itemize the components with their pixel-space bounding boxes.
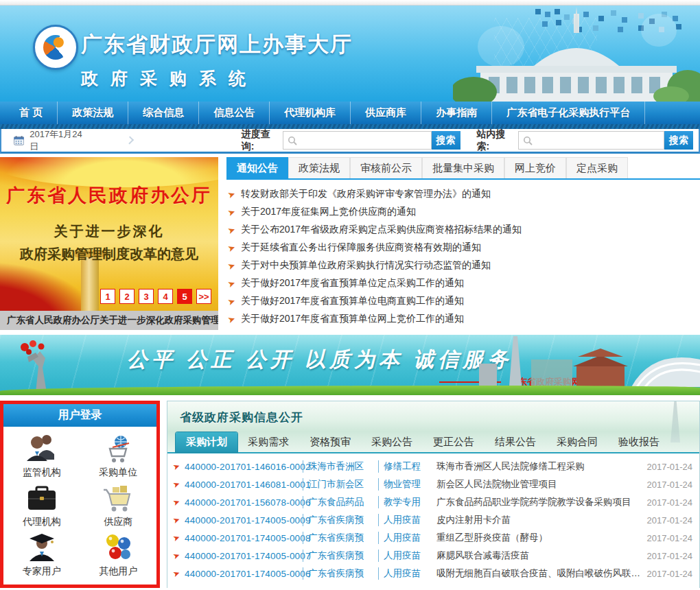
site-search-input[interactable] (535, 132, 664, 148)
notice-tab-bar: 通知公告 政策法规 审核前公示 批量集中采购 网上竞价 定点采购 (226, 157, 700, 180)
tab-pre-review-publicity[interactable]: 审核前公示 (350, 157, 422, 178)
login-item-label: 其他用户 (99, 565, 137, 578)
tab-policies[interactable]: 政策法规 (288, 157, 350, 178)
tab-batch-centralized-procurement[interactable]: 批量集中采购 (422, 157, 504, 178)
carousel-page-4[interactable]: 4 (158, 289, 173, 304)
login-item-other[interactable]: 其他用户 (87, 532, 149, 578)
arrow-bullet-icon: ➤ (226, 295, 237, 307)
notice-list-item[interactable]: ➤关于做好2017年度省直预算单位电商直购工作的通知 (226, 292, 700, 310)
site-search-button[interactable]: 搜索 (664, 131, 693, 150)
arrow-bullet-icon: ➤ (172, 461, 181, 473)
progress-search-input[interactable] (300, 132, 431, 148)
tab-procurement-demand[interactable]: 采购需求 (237, 432, 299, 452)
login-grid: 监管机构 采购单位 代理机构 (3, 427, 156, 585)
nav-item-guide[interactable]: 办事指南 (421, 102, 492, 124)
table-row[interactable]: ➤ 440000-201701-156078-0006 广东食品药品 教学专用 … (172, 493, 692, 511)
notice-list-item[interactable]: ➤关于做好2017年度省直预算单位网上竞价工作的通知 (226, 310, 700, 328)
nav-item-supplier-library[interactable]: 供应商库 (351, 102, 421, 124)
banner-slogan: 公平 公正 公开 以质为本 诚信服务 (127, 346, 512, 374)
nav-item-general-info[interactable]: 综合信息 (128, 102, 199, 124)
row-date: 2017-01-24 (642, 480, 692, 490)
login-box-title: 用户登录 (3, 404, 156, 427)
table-row[interactable]: ➤ 440000-201701-174005-0009 广东省疾病预 人用疫苗 … (172, 511, 692, 529)
login-item-purchaser[interactable]: 采购单位 (87, 434, 149, 479)
carousel-page-2[interactable]: 2 (119, 289, 135, 304)
tab-online-bidding[interactable]: 网上竞价 (504, 157, 566, 178)
tab-acceptance-report[interactable]: 验收报告 (608, 432, 670, 452)
row-title[interactable]: 麻腮风联合减毒活疫苗 (436, 550, 642, 562)
tab-result-announcement[interactable]: 结果公告 (485, 432, 546, 452)
tab-notices[interactable]: 通知公告 (226, 157, 288, 178)
progress-search-box (283, 131, 432, 150)
table-row[interactable]: ➤ 440000-201701-174005-0006 广东省疾病预 人用疫苗 … (172, 565, 692, 582)
carousel-caption-link[interactable]: 广东省人民政府办公厅关于进一步深化政府采购管理制 (0, 311, 218, 330)
arrow-bullet-icon: ➤ (172, 479, 181, 491)
tab-procurement-plan[interactable]: 采购计划 (176, 432, 237, 452)
row-title[interactable]: 新会区人民法院物业管理项目 (436, 478, 642, 491)
info-panel-title: 省级政府采购信息公开 (180, 410, 303, 425)
row-id[interactable]: 440000-201701-146016-0002 (185, 462, 303, 472)
nav-item-home[interactable]: 首 页 (0, 102, 58, 124)
arrow-bullet-icon: ➤ (226, 188, 237, 200)
row-title[interactable]: 吸附无细胞百白破联合疫苗、吸附白喉破伤风联合疫苗 (436, 567, 642, 580)
carousel-slide[interactable]: 广东省人民政府办公厅 关于进一步深化 政府采购管理制度改革的意见 1 2 3 4… (0, 157, 218, 311)
row-title[interactable]: 重组乙型肝炎疫苗（酵母） (436, 532, 642, 544)
magnifier-icon (523, 136, 533, 145)
nav-item-announcements[interactable]: 信息公告 (199, 102, 270, 124)
notice-link[interactable]: 转发财政部关于印发《政府采购评审专家管理办法》的通知 (241, 188, 491, 200)
row-title[interactable]: 珠海市香洲区人民法院修缮工程采购 (436, 460, 642, 473)
nav-item-eprocurement-platform[interactable]: 广东省电子化采购执行平台 (492, 102, 645, 124)
row-id[interactable]: 440000-201701-156078-0006 (185, 497, 303, 508)
row-region: 广东食品药品 (303, 496, 374, 508)
notice-list-item[interactable]: ➤关于公布2017年省级政府采购定点采购供应商资格招标结果的通知 (226, 221, 700, 239)
tab-procurement-contract[interactable]: 采购合同 (546, 432, 608, 452)
row-id[interactable]: 440000-201701-174005-0008 (185, 533, 303, 543)
arrow-bullet-icon: ➤ (226, 206, 237, 218)
notice-list-item[interactable]: ➤关于做好2017年度省直预算单位定点采购工作的通知 (226, 274, 700, 292)
login-item-supplier[interactable]: 供应商 (87, 483, 149, 528)
promo-carousel: 广东省人民政府办公厅 关于进一步深化 政府采购管理制度改革的意见 1 2 3 4… (0, 157, 218, 330)
table-row[interactable]: ➤ 440000-201701-174005-0008 广东省疾病预 人用疫苗 … (172, 529, 692, 547)
table-row[interactable]: ➤ 440000-201701-174005-0007 广东省疾病预 人用疫苗 … (172, 547, 692, 565)
notice-list-item[interactable]: ➤转发财政部关于印发《政府采购评审专家管理办法》的通知 (226, 185, 700, 203)
graduate-icon (24, 532, 60, 563)
notice-link[interactable]: 关于做好2017年度省直预算单位定点采购工作的通知 (241, 277, 464, 290)
tab-correction-announcement[interactable]: 更正公告 (423, 432, 485, 452)
tab-procurement-announcement[interactable]: 采购公告 (361, 432, 423, 452)
notice-link[interactable]: 关于公布2017年省级政府采购定点采购供应商资格招标结果的通知 (241, 224, 522, 236)
notice-link[interactable]: 关于延续省直公务出行保障服务供应商资格有效期的通知 (241, 241, 481, 254)
row-title[interactable]: 广东食品药品职业学院药学院教学设备采购项目 (436, 496, 642, 508)
guangzhou-skyline-image (474, 336, 700, 390)
row-id[interactable]: 440000-201701-174005-0009 (185, 515, 303, 526)
row-date: 2017-01-24 (642, 497, 692, 508)
carousel-subheading-1: 关于进一步深化 (0, 222, 218, 241)
row-id[interactable]: 440000-201701-174005-0007 (185, 551, 303, 561)
notice-link[interactable]: 关于对中央预算单位政府采购执行情况实行动态监管的通知 (241, 259, 491, 272)
table-row[interactable]: ➤ 440000-201701-146081-0001 江门市新会区 物业管理 … (172, 475, 692, 493)
notice-link[interactable]: 关于2017年度征集网上竞价供应商的通知 (241, 206, 416, 218)
notice-list-item[interactable]: ➤关于延续省直公务出行保障服务供应商资格有效期的通知 (226, 239, 700, 257)
notice-list-item[interactable]: ➤关于2017年度征集网上竞价供应商的通知 (226, 203, 700, 221)
row-title[interactable]: 皮内注射用卡介苗 (436, 514, 642, 526)
main-navbar: 首 页 政策法规 综合信息 信息公告 代理机构库 供应商库 办事指南 广东省电子… (0, 102, 700, 124)
row-id[interactable]: 440000-201701-174005-0006 (185, 569, 303, 579)
carousel-page-5-active[interactable]: 5 (177, 289, 192, 304)
notice-list-item[interactable]: ➤关于对中央预算单位政府采购执行情况实行动态监管的通知 (226, 257, 700, 274)
nav-item-agency-library[interactable]: 代理机构库 (270, 102, 351, 124)
login-item-supervisor[interactable]: 监管机构 (11, 434, 73, 479)
carousel-page-1[interactable]: 1 (100, 289, 115, 304)
carousel-page-3[interactable]: 3 (139, 289, 154, 304)
tab-fixed-point-procurement[interactable]: 定点采购 (566, 157, 628, 178)
progress-search-button[interactable]: 搜索 (432, 131, 460, 150)
carousel-next-button[interactable]: >> (196, 289, 211, 304)
login-item-expert[interactable]: 专家用户 (11, 532, 73, 578)
table-row[interactable]: ➤ 440000-201701-146016-0002 珠海市香洲区 修缮工程 … (172, 458, 692, 475)
notice-link[interactable]: 关于做好2017年度省直预算单位网上竞价工作的通知 (241, 313, 464, 325)
notice-link[interactable]: 关于做好2017年度省直预算单位电商直购工作的通知 (241, 295, 464, 307)
tab-prequalification[interactable]: 资格预审 (299, 432, 361, 452)
cart-globe-icon (100, 434, 136, 464)
row-id[interactable]: 440000-201701-146081-0001 (185, 480, 303, 490)
huabiao-column-decoration (81, 256, 99, 311)
login-item-agency[interactable]: 代理机构 (11, 483, 73, 528)
nav-item-policy[interactable]: 政策法规 (58, 102, 128, 124)
